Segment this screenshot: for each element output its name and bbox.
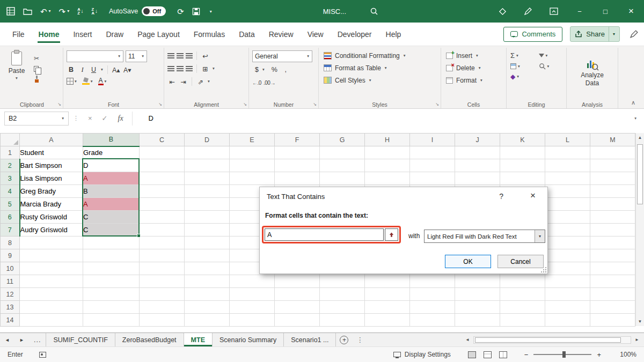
cell-L6[interactable] bbox=[545, 211, 590, 224]
page-break-view-icon[interactable] bbox=[499, 351, 507, 358]
cell-D12[interactable] bbox=[185, 288, 230, 301]
zoom-slider-thumb[interactable] bbox=[562, 351, 566, 358]
cell-M13[interactable] bbox=[590, 301, 635, 314]
cell-B7[interactable]: C bbox=[83, 224, 140, 237]
cell-G13[interactable] bbox=[320, 301, 365, 314]
cell-E1[interactable] bbox=[230, 146, 275, 159]
cell-G1[interactable] bbox=[320, 146, 365, 159]
ribbon-tab-help[interactable]: Help bbox=[379, 23, 408, 46]
cell-D10[interactable] bbox=[185, 262, 230, 275]
cell-M12[interactable] bbox=[590, 288, 635, 301]
cell-L14[interactable] bbox=[545, 314, 590, 327]
cell-A13[interactable] bbox=[20, 301, 83, 314]
cell-A14[interactable] bbox=[20, 314, 83, 327]
cell-A11[interactable] bbox=[20, 275, 83, 288]
font-name-combo[interactable]: ▾ bbox=[67, 50, 123, 62]
fill-color-icon[interactable] bbox=[82, 78, 90, 85]
scroll-right-icon[interactable]: ► bbox=[632, 336, 642, 344]
column-header-I[interactable]: I bbox=[410, 134, 455, 146]
column-header-L[interactable]: L bbox=[545, 134, 590, 146]
cell-C2[interactable] bbox=[140, 159, 185, 172]
cell-E12[interactable] bbox=[230, 288, 275, 301]
paste-button[interactable]: Paste ▾ bbox=[4, 49, 30, 83]
cell-F1[interactable] bbox=[275, 146, 320, 159]
row-header-3[interactable]: 3 bbox=[1, 172, 20, 185]
cell-C7[interactable] bbox=[140, 224, 185, 237]
cell-L8[interactable] bbox=[545, 237, 590, 249]
row-header-11[interactable]: 11 bbox=[1, 275, 20, 288]
cell-B5[interactable]: A bbox=[83, 198, 140, 211]
cell-K12[interactable] bbox=[500, 288, 545, 301]
align-right-icon[interactable] bbox=[186, 66, 193, 71]
cell-L13[interactable] bbox=[545, 301, 590, 314]
column-header-J[interactable]: J bbox=[455, 134, 500, 146]
cell-D14[interactable] bbox=[185, 314, 230, 327]
cell-K13[interactable] bbox=[500, 301, 545, 314]
delete-cells-button[interactable]: Delete ▾ bbox=[444, 62, 503, 74]
dialog-help-button[interactable]: ? bbox=[499, 192, 503, 201]
cell-L10[interactable] bbox=[545, 262, 590, 275]
cell-E13[interactable] bbox=[230, 301, 275, 314]
cell-D3[interactable] bbox=[185, 172, 230, 185]
vertical-scrollbar[interactable]: ▲ ▼ bbox=[635, 133, 644, 326]
pen-icon[interactable] bbox=[630, 29, 639, 39]
cell-C13[interactable] bbox=[140, 301, 185, 314]
underline-dropdown-icon[interactable]: ▾ bbox=[100, 68, 104, 72]
vertical-scroll-thumb[interactable] bbox=[637, 144, 643, 204]
decrease-indent-icon[interactable]: ⇤ bbox=[167, 76, 177, 87]
row-header-2[interactable]: 2 bbox=[1, 159, 20, 172]
cell-C10[interactable] bbox=[140, 262, 185, 275]
cancel-entry-button[interactable]: × bbox=[83, 114, 97, 122]
cell-B2[interactable]: D bbox=[83, 159, 140, 172]
cell-M11[interactable] bbox=[590, 275, 635, 288]
sensitivity-button[interactable]: ◆▾ bbox=[510, 73, 533, 80]
formula-bar-expand-icon[interactable]: ▾ bbox=[631, 116, 640, 121]
cell-M14[interactable] bbox=[590, 314, 635, 327]
cell-C12[interactable] bbox=[140, 288, 185, 301]
cell-F2[interactable] bbox=[275, 159, 320, 172]
cell-J12[interactable] bbox=[455, 288, 500, 301]
ribbon-tab-draw[interactable]: Draw bbox=[99, 23, 130, 46]
borders-icon[interactable] bbox=[67, 78, 74, 85]
column-header-A[interactable]: A bbox=[20, 134, 83, 146]
cell-A4[interactable]: Greg Brady bbox=[20, 185, 83, 198]
refresh-icon[interactable]: ⟳ bbox=[177, 8, 184, 16]
display-settings-button[interactable]: Display Settings bbox=[393, 351, 451, 358]
redo-button[interactable]: ↷▾ bbox=[59, 8, 70, 16]
font-color-icon[interactable]: A bbox=[98, 77, 104, 85]
find-select-button[interactable]: ▾ bbox=[539, 63, 563, 70]
cell-L5[interactable] bbox=[545, 198, 590, 211]
cell-J3[interactable] bbox=[455, 172, 500, 185]
row-header-9[interactable]: 9 bbox=[1, 249, 20, 262]
cell-G12[interactable] bbox=[320, 288, 365, 301]
cell-K1[interactable] bbox=[500, 146, 545, 159]
scroll-up-icon[interactable]: ▲ bbox=[636, 133, 644, 142]
cell-D4[interactable] bbox=[185, 185, 230, 198]
cell-D9[interactable] bbox=[185, 249, 230, 262]
font-size-combo[interactable]: 11▾ bbox=[126, 50, 147, 62]
cell-D11[interactable] bbox=[185, 275, 230, 288]
tab-overflow-indicator[interactable]: ... bbox=[29, 333, 46, 346]
cell-H14[interactable] bbox=[365, 314, 410, 327]
cell-D5[interactable] bbox=[185, 198, 230, 211]
cell-I13[interactable] bbox=[410, 301, 455, 314]
cell-H12[interactable] bbox=[365, 288, 410, 301]
ok-button[interactable]: OK bbox=[445, 255, 491, 268]
cell-D7[interactable] bbox=[185, 224, 230, 237]
cell-H2[interactable] bbox=[365, 159, 410, 172]
sheet-tab-scenario1[interactable]: Scenario1 ... bbox=[284, 333, 336, 346]
zoom-in-button[interactable]: + bbox=[597, 351, 601, 359]
cell-G3[interactable] bbox=[320, 172, 365, 185]
comma-style-icon[interactable]: , bbox=[281, 64, 290, 75]
format-dropdown-arrow-icon[interactable]: ▾ bbox=[535, 230, 545, 242]
dialog-close-button[interactable]: × bbox=[530, 190, 536, 201]
column-header-F[interactable]: F bbox=[275, 134, 320, 146]
select-all-corner[interactable] bbox=[1, 134, 20, 146]
align-center-icon[interactable] bbox=[177, 66, 184, 71]
cell-M8[interactable] bbox=[590, 237, 635, 249]
cell-G14[interactable] bbox=[320, 314, 365, 327]
cell-L11[interactable] bbox=[545, 275, 590, 288]
column-header-D[interactable]: D bbox=[185, 134, 230, 146]
align-bottom-icon[interactable] bbox=[186, 53, 193, 58]
row-header-5[interactable]: 5 bbox=[1, 198, 20, 211]
